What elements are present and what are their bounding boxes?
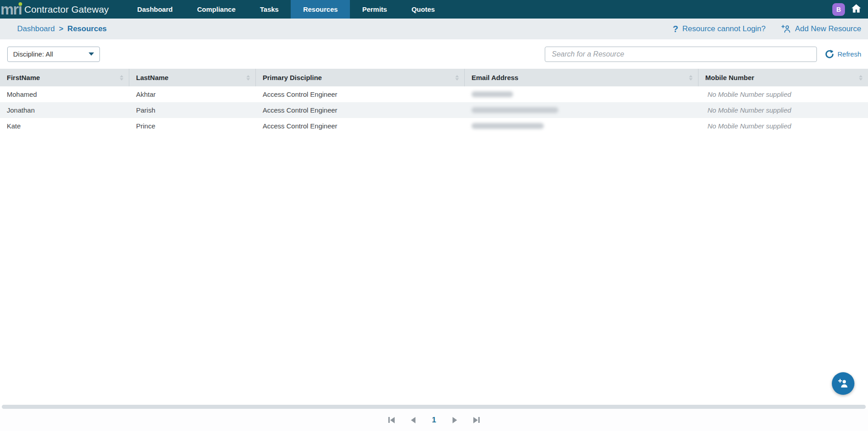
table-row[interactable]: Kate Prince Access Control Engineer No M…	[0, 118, 868, 134]
email-redacted	[472, 123, 544, 129]
contractor-gateway-app: mrı Contractor Gateway Dashboard Complia…	[0, 0, 868, 431]
main-nav: Dashboard Compliance Tasks Resources Per…	[125, 0, 447, 19]
nav-right: B	[832, 0, 868, 19]
refresh-label: Refresh	[837, 50, 861, 58]
grid-body: Mohamed Akhtar Access Control Engineer N…	[0, 86, 868, 134]
next-page-button[interactable]	[453, 417, 457, 423]
breadcrumb-dashboard-link[interactable]: Dashboard	[17, 24, 55, 33]
nav-item-permits[interactable]: Permits	[350, 0, 399, 19]
horizontal-scrollbar[interactable]	[2, 405, 866, 409]
last-page-button[interactable]	[473, 417, 480, 423]
add-resource-fab[interactable]	[832, 372, 854, 395]
column-header-email-address[interactable]: Email Address	[465, 69, 698, 86]
discipline-selected-value: Discipline: All	[13, 50, 53, 58]
breadcrumb-current: Resources	[67, 24, 107, 33]
cell-first-name: Jonathan	[0, 102, 129, 118]
email-redacted	[472, 91, 513, 97]
sort-icon	[455, 75, 461, 81]
filter-row: Discipline: All Refresh	[0, 39, 868, 69]
nav-item-resources[interactable]: Resources	[291, 0, 350, 19]
add-person-icon	[837, 378, 849, 389]
user-avatar[interactable]: B	[832, 3, 845, 16]
cell-email	[465, 118, 698, 134]
breadcrumb-bar: Dashboard > Resources ? Resource cannot …	[0, 19, 868, 39]
logo-green-dot-icon	[19, 2, 22, 6]
search-input[interactable]	[545, 47, 817, 62]
cell-last-name: Akhtar	[129, 86, 256, 102]
cell-primary-discipline: Access Control Engineer	[256, 102, 465, 118]
table-row[interactable]: Mohamed Akhtar Access Control Engineer N…	[0, 86, 868, 102]
previous-page-button[interactable]	[411, 417, 415, 423]
mri-logo: mrı	[0, 2, 22, 17]
nav-item-quotes[interactable]: Quotes	[399, 0, 447, 19]
cell-last-name: Parish	[129, 102, 256, 118]
home-button[interactable]	[850, 3, 862, 16]
add-new-resource-button[interactable]: Add New Resource	[781, 24, 861, 34]
column-header-lastname[interactable]: LastName	[129, 69, 256, 86]
nav-item-compliance[interactable]: Compliance	[185, 0, 248, 19]
help-question-icon: ?	[673, 24, 678, 34]
cell-last-name: Prince	[129, 118, 256, 134]
top-nav: mrı Contractor Gateway Dashboard Complia…	[0, 0, 868, 19]
cell-primary-discipline: Access Control Engineer	[256, 86, 465, 102]
next-page-icon	[453, 417, 457, 423]
cell-mobile: No Mobile Number supplied	[698, 86, 868, 102]
email-redacted	[472, 107, 558, 113]
cell-email	[465, 102, 698, 118]
nav-item-tasks[interactable]: Tasks	[248, 0, 291, 19]
add-person-icon	[781, 24, 791, 34]
sort-icon	[120, 75, 125, 81]
current-page-number[interactable]: 1	[432, 416, 436, 425]
column-header-mobile-number[interactable]: Mobile Number	[698, 69, 868, 86]
discipline-select[interactable]: Discipline: All	[7, 47, 100, 62]
cell-primary-discipline: Access Control Engineer	[256, 118, 465, 134]
home-icon	[850, 3, 862, 16]
first-page-button[interactable]	[388, 417, 395, 423]
cell-first-name: Mohamed	[0, 86, 129, 102]
breadcrumb-actions: ? Resource cannot Login? Add New Resourc…	[673, 24, 861, 34]
resource-cannot-login-link[interactable]: ? Resource cannot Login?	[673, 24, 766, 34]
app-title: Contractor Gateway	[24, 4, 109, 15]
refresh-icon	[824, 49, 834, 59]
nav-item-dashboard[interactable]: Dashboard	[125, 0, 185, 19]
cell-email	[465, 86, 698, 102]
pagination-footer: 1	[0, 409, 868, 431]
column-header-firstname[interactable]: FirstName	[0, 69, 129, 86]
filter-right: Refresh	[545, 47, 868, 62]
breadcrumb-separator: >	[59, 24, 63, 33]
cell-mobile: No Mobile Number supplied	[698, 102, 868, 118]
chevron-down-icon	[89, 52, 94, 56]
last-page-icon	[473, 417, 478, 423]
refresh-button[interactable]: Refresh	[824, 49, 861, 59]
table-row[interactable]: Jonathan Parish Access Control Engineer …	[0, 102, 868, 118]
help-label: Resource cannot Login?	[682, 24, 765, 33]
cell-first-name: Kate	[0, 118, 129, 134]
logo-letters: mr	[0, 2, 18, 17]
first-page-icon	[390, 417, 395, 423]
sort-icon	[246, 75, 252, 81]
sort-icon	[689, 75, 694, 81]
cell-mobile: No Mobile Number supplied	[698, 118, 868, 134]
previous-page-icon	[411, 417, 415, 423]
sort-icon	[859, 75, 864, 81]
brand: mrı Contractor Gateway	[0, 0, 109, 19]
add-label: Add New Resource	[795, 24, 861, 33]
column-header-primary-discipline[interactable]: Primary Discipline	[256, 69, 465, 86]
grid-header: FirstName LastName Primary Discipline Em…	[0, 69, 868, 86]
